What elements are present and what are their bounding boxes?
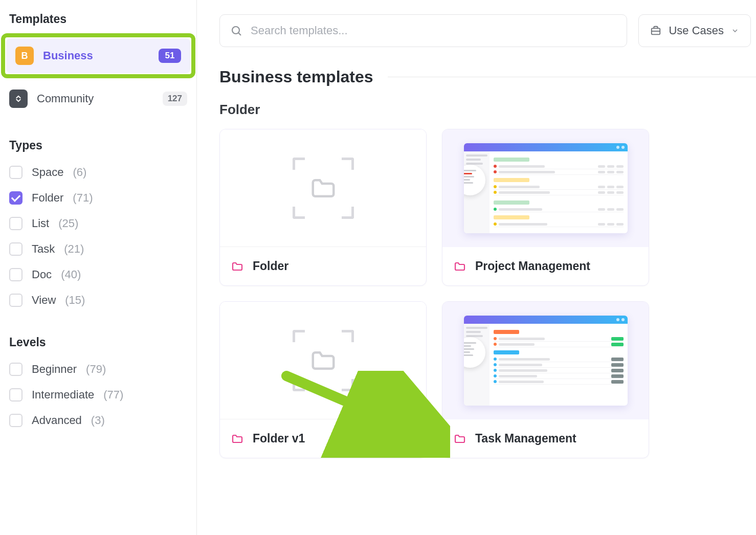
checkbox-icon[interactable] [9, 363, 23, 376]
mini-screenshot [464, 143, 628, 233]
card-title: Folder v1 [253, 432, 305, 445]
filter-advanced[interactable]: Advanced (3) [0, 408, 196, 433]
template-grid: Folder [219, 129, 756, 458]
card-preview [442, 129, 649, 247]
levels-heading: Levels [0, 313, 196, 356]
filter-label: Beginner [32, 363, 77, 376]
card-title: Folder [253, 259, 288, 273]
filter-count: (21) [64, 242, 84, 256]
templates-heading: Templates [0, 12, 196, 33]
count-badge: 51 [159, 49, 181, 63]
sidebar-item-business[interactable]: B Business 51 [6, 38, 190, 73]
folder-icon [454, 433, 466, 445]
template-card-project-management[interactable]: Project Management [442, 129, 649, 286]
filter-intermediate[interactable]: Intermediate (77) [0, 382, 196, 408]
chevron-down-icon [731, 27, 739, 35]
checkbox-icon[interactable] [9, 294, 23, 307]
search-icon [230, 25, 242, 37]
filter-count: (77) [103, 388, 123, 402]
card-preview [220, 302, 426, 419]
filter-view[interactable]: View (15) [0, 287, 196, 313]
folder-icon [231, 433, 243, 445]
highlight-annotation: B Business 51 [1, 33, 195, 78]
briefcase-icon [650, 25, 661, 36]
business-icon: B [15, 47, 34, 65]
filter-label: Doc [32, 268, 52, 281]
folder-icon [454, 260, 466, 273]
svg-point-0 [232, 27, 239, 34]
checkbox-icon[interactable] [9, 242, 23, 256]
filter-label: Task [32, 242, 55, 256]
search-box[interactable] [219, 14, 627, 47]
search-input[interactable] [251, 24, 616, 37]
mini-screenshot [464, 316, 628, 406]
filter-label: Advanced [32, 414, 82, 427]
filter-count: (71) [73, 191, 93, 205]
card-footer: Task Management [442, 419, 649, 458]
checkbox-icon[interactable] [9, 217, 23, 230]
folder-placeholder-icon [293, 158, 354, 219]
card-preview [220, 129, 426, 247]
filter-list[interactable]: List (25) [0, 211, 196, 236]
sidebar-item-label: Community [37, 92, 153, 105]
checkbox-icon[interactable] [9, 191, 23, 205]
filter-count: (15) [65, 294, 85, 307]
community-icon [9, 90, 28, 108]
checkbox-icon[interactable] [9, 388, 23, 402]
filter-count: (6) [73, 166, 86, 179]
filter-count: (25) [58, 217, 78, 230]
filter-space[interactable]: Space (6) [0, 160, 196, 185]
template-card-folder-v1[interactable]: Folder v1 [219, 301, 427, 458]
filter-task[interactable]: Task (21) [0, 236, 196, 262]
filter-label: List [32, 217, 49, 230]
card-footer: Project Management [442, 247, 649, 285]
sidebar-item-community[interactable]: Community 127 [0, 81, 196, 116]
template-card-folder[interactable]: Folder [219, 129, 427, 286]
card-title: Task Management [475, 432, 576, 445]
card-footer: Folder [220, 247, 426, 285]
filter-label: Intermediate [32, 388, 94, 402]
checkbox-icon[interactable] [9, 268, 23, 281]
filter-label: View [32, 294, 56, 307]
checkbox-icon[interactable] [9, 414, 23, 427]
filter-count: (40) [61, 268, 81, 281]
filter-count: (79) [86, 363, 106, 376]
filter-label: Folder [32, 191, 63, 205]
usecases-button[interactable]: Use Cases [638, 14, 751, 47]
filter-label: Space [32, 166, 63, 179]
page-title: Business templates [219, 68, 756, 86]
main-content: Use Cases Business templates Folder Fold [197, 0, 756, 535]
topbar: Use Cases [219, 14, 756, 47]
filter-doc[interactable]: Doc (40) [0, 262, 196, 287]
usecases-label: Use Cases [669, 24, 724, 37]
template-card-task-management[interactable]: Task Management [442, 301, 649, 458]
count-badge: 127 [163, 92, 187, 106]
sidebar-item-label: Business [43, 49, 149, 62]
filter-folder[interactable]: Folder (71) [0, 185, 196, 211]
sidebar: Templates B Business 51 Community 127 Ty… [0, 0, 197, 535]
section-title: Folder [219, 102, 756, 118]
types-heading: Types [0, 116, 196, 160]
folder-icon [231, 260, 243, 273]
filter-count: (3) [91, 414, 105, 427]
svg-line-1 [239, 33, 241, 36]
folder-placeholder-icon [293, 330, 354, 391]
checkbox-icon[interactable] [9, 166, 23, 179]
card-title: Project Management [475, 259, 590, 273]
card-preview [442, 302, 649, 419]
card-footer: Folder v1 [220, 419, 426, 458]
filter-beginner[interactable]: Beginner (79) [0, 356, 196, 382]
